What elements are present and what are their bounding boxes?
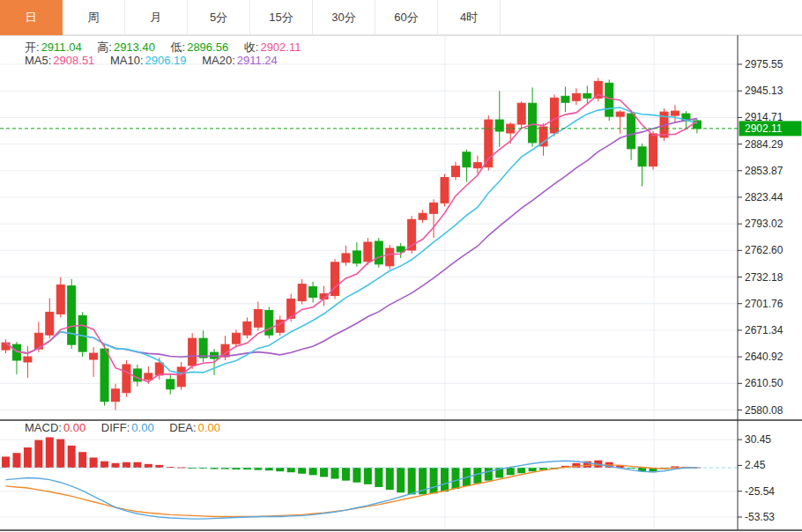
macd-bar-down — [517, 468, 525, 473]
candlestick-macd-chart[interactable]: 2975.552945.132914.712884.292853.872823.… — [0, 0, 802, 532]
macd-bar-down — [430, 468, 438, 493]
candle-body — [473, 163, 481, 168]
candle-body — [627, 114, 635, 149]
kline-chart-window: 日周月5分15分30分60分4时 开:2911.04 高:2913.40 低:2… — [0, 0, 802, 532]
candle-body — [375, 241, 382, 264]
current-price-badge-label: 2902.11 — [745, 122, 783, 135]
macd-bar-down — [309, 468, 317, 475]
macd-axis-label: 30.45 — [745, 433, 771, 446]
candle-body — [298, 284, 306, 301]
candle-body — [112, 389, 120, 402]
tab-week[interactable]: 周 — [63, 0, 125, 35]
tab-month[interactable]: 月 — [125, 0, 188, 35]
macd-bar-up — [90, 457, 98, 468]
macd-bar-up — [2, 456, 10, 468]
macd-bar-up — [46, 437, 54, 468]
candle-body — [583, 93, 591, 98]
tab-5min[interactable]: 5分 — [188, 0, 250, 35]
macd-bar-down — [529, 468, 537, 471]
macd-bar-down — [441, 468, 449, 491]
candle-body — [2, 343, 10, 350]
macd-bar-down — [287, 468, 295, 472]
macd-bar-down — [353, 468, 360, 483]
candle-body — [386, 248, 394, 266]
tab-4hour[interactable]: 4时 — [438, 0, 501, 35]
macd-axis-label: 2.45 — [745, 459, 766, 471]
macd-bar-down — [397, 468, 405, 492]
macd-bar-up — [78, 452, 86, 468]
tab-30min[interactable]: 30分 — [313, 0, 375, 35]
macd-bar-down — [451, 468, 459, 489]
macd-bar-down — [364, 468, 372, 484]
macd-bar-up — [12, 453, 20, 468]
candle-body — [671, 111, 679, 115]
candle-body — [561, 96, 569, 102]
macd-bar-down — [331, 468, 339, 479]
tab-15min[interactable]: 15分 — [250, 0, 313, 35]
tab-day[interactable]: 日 — [0, 0, 63, 35]
candle-body — [463, 152, 471, 167]
price-axis-label: 2793.02 — [745, 218, 783, 230]
candle-body — [155, 363, 163, 375]
macd-axis-label: -25.54 — [745, 485, 775, 498]
price-axis-label: 2762.60 — [745, 244, 783, 256]
macd-bar-down — [375, 468, 382, 487]
macd-bar-down — [408, 468, 416, 494]
macd-bar-up — [34, 440, 42, 468]
candle-body — [232, 333, 240, 344]
price-axis-label: 2945.13 — [745, 85, 783, 97]
price-axis-label: 2732.18 — [745, 271, 783, 284]
diff-line — [6, 461, 697, 519]
candle-body — [539, 127, 547, 146]
macd-bar-down — [386, 468, 394, 490]
candle-body — [342, 254, 350, 262]
ma5-line — [6, 95, 697, 382]
candle-body — [177, 367, 185, 387]
macd-bar-down — [276, 468, 284, 471]
macd-bar-up — [112, 463, 120, 468]
candle-body — [167, 380, 175, 389]
macd-bar-up — [68, 446, 76, 468]
price-axis-label: 2853.87 — [745, 165, 783, 177]
candle-body — [309, 287, 317, 298]
price-axis-label: 2671.34 — [745, 324, 783, 336]
price-axis-label: 2884.29 — [745, 138, 783, 151]
candle-body — [254, 309, 262, 327]
candle-body — [78, 315, 86, 351]
candle-body — [90, 353, 98, 359]
candle-body — [265, 310, 273, 335]
macd-bar-down — [507, 468, 515, 475]
macd-bar-up — [145, 464, 152, 468]
candle-body — [123, 365, 130, 393]
macd-bar-up — [133, 462, 141, 468]
macd-bar-up — [123, 462, 130, 468]
candle-body — [100, 349, 108, 402]
candle-body — [551, 98, 559, 133]
macd-bar-down — [298, 468, 306, 474]
price-axis-label: 2610.50 — [745, 377, 783, 389]
candle-body — [517, 103, 525, 124]
candle-body — [529, 103, 537, 143]
candle-body — [145, 373, 152, 380]
macd-bar-up — [24, 447, 32, 468]
candle-body — [189, 338, 197, 366]
candle-body — [495, 120, 503, 131]
candle-body — [68, 286, 76, 344]
candle-body — [605, 83, 613, 116]
price-axis-label: 2701.76 — [745, 298, 783, 310]
candle-body — [616, 112, 624, 116]
price-axis-label: 2640.92 — [745, 351, 783, 363]
candle-body — [485, 120, 493, 167]
candle-body — [243, 321, 251, 335]
tab-60min[interactable]: 60分 — [375, 0, 438, 35]
candle-body — [441, 178, 449, 203]
price-axis-label: 2823.44 — [745, 191, 783, 203]
ma10-line — [6, 107, 697, 373]
candle-body — [46, 312, 54, 335]
ma20-line — [6, 119, 697, 358]
macd-axis-label: -53.53 — [745, 511, 775, 523]
macd-bar-down — [342, 468, 350, 481]
macd-bar-up — [100, 462, 108, 468]
candle-body — [572, 93, 580, 100]
candle-body — [56, 285, 64, 314]
